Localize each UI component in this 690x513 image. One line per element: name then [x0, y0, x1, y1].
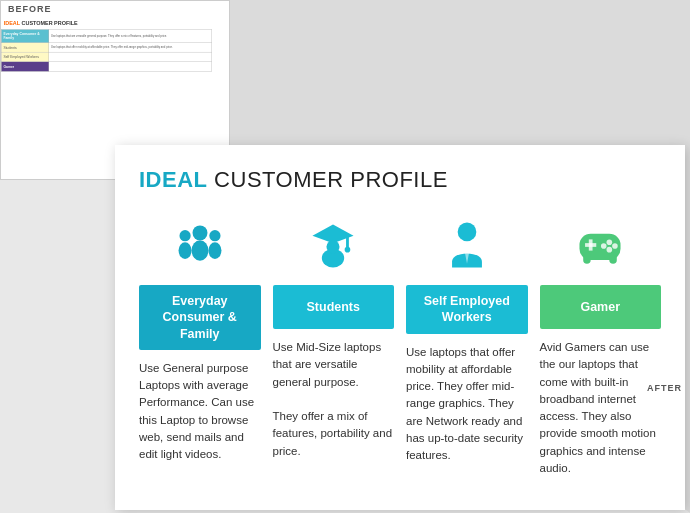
- profile-workers: Self Employed Workers Use laptops that o…: [406, 211, 528, 477]
- profile-gamer: Gamer Avid Gamers can use the our laptop…: [540, 211, 662, 477]
- profile-desc-workers: Use laptops that offer mobility at affor…: [406, 344, 528, 465]
- title-ideal: IDEAL: [139, 167, 208, 192]
- profile-desc-everyday: Use General purpose Laptops with average…: [139, 360, 261, 464]
- svg-point-19: [607, 239, 613, 245]
- svg-point-21: [607, 247, 613, 253]
- after-label: AFTER: [647, 383, 682, 393]
- svg-point-7: [208, 242, 221, 259]
- icon-area-gamer: [572, 211, 628, 279]
- profile-students: Students Use Mid-Size laptops that are v…: [273, 211, 395, 477]
- svg-point-14: [457, 223, 476, 242]
- icon-area-everyday: [172, 211, 228, 279]
- profile-desc-gamer: Avid Gamers can use the our laptops that…: [540, 339, 662, 477]
- svg-rect-23: [583, 252, 590, 263]
- student-icon: [305, 217, 361, 273]
- profiles-grid: Everyday Consumer & Family Use General p…: [139, 211, 661, 477]
- svg-rect-18: [589, 239, 593, 250]
- svg-point-10: [345, 247, 351, 253]
- profile-header-everyday: Everyday Consumer & Family: [139, 285, 261, 350]
- title-rest: CUSTOMER PROFILE: [208, 167, 448, 192]
- svg-rect-9: [346, 236, 349, 249]
- svg-point-13: [327, 240, 340, 253]
- gamer-icon: [572, 217, 628, 273]
- icon-area-workers: [439, 211, 495, 279]
- profile-header-workers: Self Employed Workers: [406, 285, 528, 334]
- svg-point-3: [178, 242, 191, 259]
- svg-point-6: [209, 230, 220, 241]
- after-panel: IDEAL CUSTOMER PROFILE Everyday Co: [115, 145, 685, 510]
- svg-point-2: [179, 230, 190, 241]
- profile-everyday: Everyday Consumer & Family Use General p…: [139, 211, 261, 477]
- family-icon: [172, 217, 228, 273]
- svg-rect-24: [610, 252, 617, 263]
- main-title: IDEAL CUSTOMER PROFILE: [139, 167, 661, 193]
- icon-area-students: [305, 211, 361, 279]
- svg-point-4: [192, 225, 207, 240]
- worker-icon: [439, 217, 495, 273]
- profile-desc-students: Use Mid-Size laptops that are versatile …: [273, 339, 395, 460]
- svg-point-5: [191, 240, 208, 261]
- profile-header-students: Students: [273, 285, 395, 329]
- profile-header-gamer: Gamer: [540, 285, 662, 329]
- svg-point-22: [601, 243, 607, 249]
- before-label: BEFORE: [8, 4, 52, 14]
- svg-point-20: [612, 243, 618, 249]
